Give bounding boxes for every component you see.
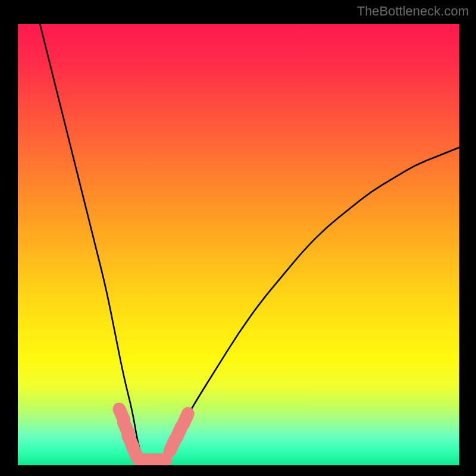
bottleneck-curve-svg bbox=[18, 24, 459, 465]
marker-group bbox=[119, 409, 188, 460]
attribution-text: TheBottleneck.com bbox=[357, 4, 469, 19]
bottleneck-curve-path bbox=[40, 24, 459, 465]
curve-marker bbox=[183, 414, 188, 424]
chart-plot-area bbox=[18, 24, 459, 465]
